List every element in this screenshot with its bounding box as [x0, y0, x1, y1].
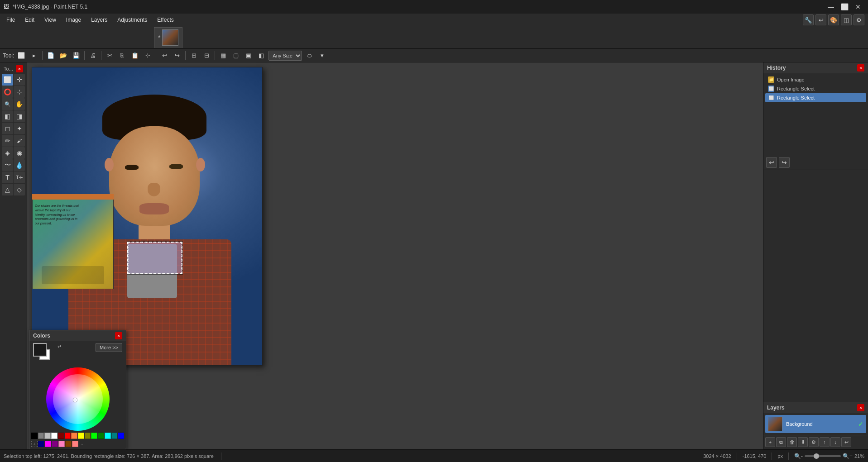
pencil-tool[interactable]: ✏	[2, 135, 13, 147]
layers-properties-button[interactable]: ⚙	[809, 437, 819, 447]
paste-into-button[interactable]: ⊹	[142, 50, 153, 61]
palette-orange[interactable]	[71, 433, 77, 439]
selection-mode-button[interactable]: ◧	[256, 50, 267, 61]
eraser-tool[interactable]: ◻	[2, 123, 13, 134]
menu-edit[interactable]: Edit	[20, 15, 39, 25]
palette-green[interactable]	[98, 433, 104, 439]
palette-pink[interactable]	[58, 441, 65, 447]
palette-white[interactable]	[51, 433, 58, 439]
main-canvas[interactable]: Our stories are the threads that weave t…	[32, 67, 263, 366]
history-item-rect1[interactable]: ⬜ Rectangle Select	[765, 84, 866, 93]
invert-selection-button[interactable]: ▣	[243, 50, 254, 61]
topright-layers-icon[interactable]: ◫	[841, 14, 852, 25]
palette-brown[interactable]	[65, 441, 72, 447]
menu-adjustments[interactable]: Adjustments	[113, 15, 152, 25]
magic-wand-tool[interactable]: ✦	[14, 123, 25, 134]
palette-gray[interactable]	[38, 433, 44, 439]
cut-button[interactable]: ✂	[104, 50, 115, 61]
layer-background[interactable]: Background ✓	[765, 415, 866, 433]
palette-red[interactable]	[65, 433, 71, 439]
palette-salmon[interactable]	[72, 441, 78, 447]
open-button[interactable]: 📂	[58, 50, 69, 61]
layers-duplicate-button[interactable]: ⧉	[776, 437, 786, 447]
zoom-tool[interactable]: 🔍	[2, 98, 13, 110]
colors-more-button[interactable]: More >>	[96, 343, 122, 352]
layers-delete-button[interactable]: 🗑	[787, 437, 797, 447]
layers-import-button[interactable]: ↩	[841, 437, 851, 447]
layers-panel-close[interactable]: ×	[857, 404, 864, 411]
color-wheel[interactable]	[46, 367, 110, 431]
print-button[interactable]: 🖨	[87, 50, 98, 61]
palette-navy[interactable]	[38, 441, 44, 447]
layers-add-button[interactable]: +	[765, 437, 775, 447]
clone-stamp-tool[interactable]: ◈	[2, 147, 13, 159]
history-item-open[interactable]: 📁 Open Image	[765, 75, 866, 84]
menu-layers[interactable]: Layers	[86, 15, 112, 25]
palette-yellow[interactable]	[78, 433, 84, 439]
menu-effects[interactable]: Effects	[153, 15, 178, 25]
menu-image[interactable]: Image	[62, 15, 86, 25]
image-tab[interactable]: *	[154, 27, 182, 48]
layers-down-button[interactable]: ↓	[830, 437, 840, 447]
ellipse-select-tool[interactable]: ⭕	[2, 86, 13, 98]
undo-button[interactable]: ↩	[159, 50, 170, 61]
colors-panel-close[interactable]: ×	[115, 332, 122, 339]
close-button[interactable]: ✕	[852, 0, 864, 13]
palette-silver[interactable]	[44, 433, 51, 439]
eyedropper-tool[interactable]: 💧	[14, 159, 25, 171]
palette-teal[interactable]	[111, 433, 118, 439]
text-tool[interactable]: T	[2, 171, 13, 183]
palette-black[interactable]	[31, 433, 38, 439]
rectangle-select-tool[interactable]: ⬜	[2, 74, 13, 86]
size-select[interactable]: Any Size	[269, 51, 302, 61]
layers-merge-button[interactable]: ⬇	[798, 437, 808, 447]
rulers-button[interactable]: ⊟	[201, 50, 212, 61]
brush-style-button[interactable]: ⬭	[304, 50, 315, 61]
zoom-slider[interactable]	[805, 455, 841, 457]
color-swap-button[interactable]: ⇄	[58, 344, 61, 349]
palette-lime[interactable]	[91, 433, 97, 439]
shapes-secondary-tool[interactable]: ◇	[14, 184, 25, 195]
palette-add-button[interactable]: +	[31, 441, 38, 447]
palette-blue[interactable]	[118, 433, 124, 439]
lasso-tool[interactable]: ⊹	[14, 86, 25, 98]
grid-button[interactable]: ⊞	[188, 50, 199, 61]
layers-up-button[interactable]: ↑	[820, 437, 830, 447]
toolbox-close-button[interactable]: ×	[16, 65, 23, 72]
zoom-in-button[interactable]: 🔍+	[843, 453, 853, 459]
minimize-button[interactable]: —	[825, 0, 837, 13]
palette-olive[interactable]	[85, 433, 91, 439]
palette-fuchsia[interactable]	[45, 441, 51, 447]
new-button[interactable]: 📄	[45, 50, 56, 61]
palette-purple[interactable]	[52, 441, 58, 447]
paintbrush-tool[interactable]: 🖌	[14, 135, 25, 147]
history-redo-button[interactable]: ↪	[779, 157, 790, 168]
tool-secondary-button[interactable]: ▸	[29, 50, 39, 61]
history-item-rect2[interactable]: ⬜ Rectangle Select	[765, 93, 866, 102]
brush-dropdown[interactable]: ▾	[317, 50, 327, 61]
zoom-out-button[interactable]: 🔍-	[794, 453, 803, 459]
palette-maroon[interactable]	[58, 433, 64, 439]
topright-settings-icon[interactable]: ⚙	[854, 14, 864, 25]
tool-current-button[interactable]: ⬜	[16, 50, 27, 61]
pan-tool[interactable]: ✋	[14, 98, 25, 110]
topright-tools-icon[interactable]: 🔧	[803, 14, 814, 25]
paste-button[interactable]: 📋	[129, 50, 140, 61]
topright-undo-icon[interactable]: ↩	[815, 14, 826, 25]
palette-cyan[interactable]	[105, 433, 111, 439]
redo-button[interactable]: ↪	[172, 50, 182, 61]
save-button[interactable]: 💾	[71, 50, 82, 61]
select-all-button[interactable]: ▦	[218, 50, 229, 61]
paint-bucket-tool[interactable]: ◧	[2, 110, 13, 122]
gradient-tool[interactable]: ◨	[14, 110, 25, 122]
history-undo-button[interactable]: ↩	[766, 157, 777, 168]
menu-view[interactable]: View	[40, 15, 61, 25]
topright-palette-icon[interactable]: 🎨	[828, 14, 839, 25]
shapes-tool[interactable]: △	[2, 184, 13, 195]
history-panel-close[interactable]: ×	[857, 64, 864, 71]
smudge-tool[interactable]: 〜	[2, 159, 13, 171]
foreground-color-swatch[interactable]	[33, 343, 47, 357]
menu-file[interactable]: File	[2, 15, 19, 25]
text-secondary-tool[interactable]: T✛	[14, 171, 25, 183]
maximize-button[interactable]: ⬜	[838, 0, 851, 13]
